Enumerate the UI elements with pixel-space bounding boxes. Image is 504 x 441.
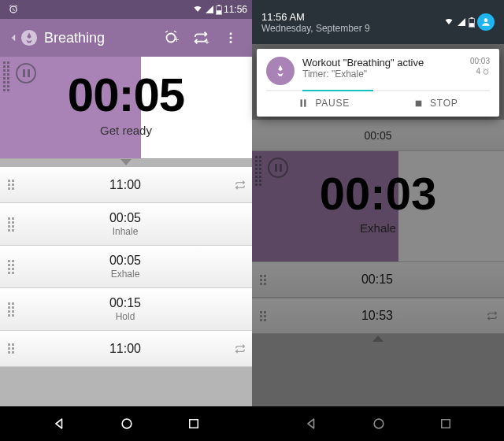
preview-row: 00:05 xyxy=(252,120,504,151)
svg-rect-1 xyxy=(218,5,220,6)
alarm-icon xyxy=(482,68,490,76)
drag-handle-icon xyxy=(255,156,261,186)
drag-handle-icon[interactable] xyxy=(0,260,22,274)
repeat-icon xyxy=(480,309,504,322)
current-timer-label: Exhale xyxy=(252,221,504,235)
battery-icon xyxy=(216,5,222,15)
svg-rect-2 xyxy=(217,10,221,14)
left-screen: 11:56 Breathing + + 00:05 Get ready 11:0… xyxy=(0,0,252,441)
position-marker xyxy=(252,334,504,342)
row-time: 00:05 xyxy=(22,254,228,268)
repeat-icon[interactable] xyxy=(228,179,252,191)
nav-home-button[interactable] xyxy=(371,416,387,432)
stop-icon xyxy=(413,98,424,109)
current-timer-time: 00:05 xyxy=(0,57,252,122)
app-bar: Breathing + + xyxy=(0,19,252,57)
drag-handle-icon[interactable] xyxy=(0,343,22,354)
svg-point-7 xyxy=(230,41,232,43)
timer-row: 00:15 xyxy=(252,261,504,298)
current-timer-zone: 00:03 Exhale xyxy=(252,151,504,261)
progress-bar xyxy=(266,90,490,91)
svg-point-6 xyxy=(230,37,232,39)
timer-row[interactable]: 11:00 xyxy=(0,331,252,367)
timer-row[interactable]: 11:00 xyxy=(0,167,252,203)
timer-row[interactable]: 00:05Inhale xyxy=(0,203,252,246)
user-avatar-icon[interactable] xyxy=(477,13,495,31)
svg-point-5 xyxy=(230,32,232,35)
timer-row[interactable]: 00:05Exhale xyxy=(0,246,252,288)
drag-handle-icon[interactable] xyxy=(0,217,22,232)
current-timer-zone[interactable]: 00:05 Get ready xyxy=(0,57,252,159)
drag-handle-icon[interactable] xyxy=(3,61,9,91)
svg-point-15 xyxy=(484,18,488,22)
nav-recents-button[interactable] xyxy=(187,417,201,431)
svg-rect-13 xyxy=(471,17,473,18)
position-marker xyxy=(0,159,252,167)
svg-rect-17 xyxy=(301,99,302,106)
svg-rect-9 xyxy=(189,420,198,428)
notification-subtitle: Timer: "Exhale" xyxy=(302,69,470,80)
row-label: Exhale xyxy=(22,269,228,280)
drag-handle-icon[interactable] xyxy=(0,180,22,190)
nav-home-button[interactable] xyxy=(119,416,135,432)
status-bar: 11:56 xyxy=(0,0,252,19)
row-time: 11:00 xyxy=(22,342,228,356)
notification-shade-header[interactable]: 11:56 AM Wednesday, September 9 xyxy=(252,0,504,44)
nav-bar xyxy=(0,406,252,441)
back-button[interactable] xyxy=(6,29,38,46)
app-logo-icon xyxy=(20,29,38,46)
signal-icon xyxy=(205,5,214,14)
battery-icon xyxy=(469,17,475,28)
notification-elapsed: 00:03 xyxy=(470,57,490,65)
notification-count: 4 xyxy=(476,67,480,76)
svg-point-10 xyxy=(374,419,384,428)
pause-button[interactable] xyxy=(16,63,36,83)
row-label: Inhale xyxy=(22,226,228,237)
row-time: 00:05 xyxy=(22,211,228,225)
svg-point-16 xyxy=(484,69,488,74)
notification-card[interactable]: Workout "Breathing" active Timer: "Exhal… xyxy=(257,49,499,117)
empty-area xyxy=(0,367,252,406)
timer-row[interactable]: 00:15Hold xyxy=(0,288,252,331)
shade-date: Wednesday, September 9 xyxy=(261,23,370,34)
current-timer-time: 00:03 xyxy=(252,151,504,220)
wifi-icon xyxy=(192,5,203,14)
nav-bar xyxy=(252,406,504,441)
svg-point-8 xyxy=(122,419,132,428)
notification-title: Workout "Breathing" active xyxy=(302,57,470,69)
add-alarm-button[interactable]: + xyxy=(156,19,186,57)
repeat-add-button[interactable]: + xyxy=(186,19,216,57)
svg-rect-19 xyxy=(416,100,422,106)
notification-app-icon xyxy=(266,57,295,85)
nav-back-button[interactable] xyxy=(304,416,320,432)
drag-handle-icon[interactable] xyxy=(0,302,22,317)
svg-rect-14 xyxy=(469,23,474,27)
row-label: Hold xyxy=(22,311,228,322)
pause-button xyxy=(268,158,288,178)
current-timer-label: Get ready xyxy=(0,124,252,137)
notification-stop-button[interactable]: STOP xyxy=(413,98,458,109)
signal-icon xyxy=(457,17,466,27)
svg-text:+: + xyxy=(175,35,180,44)
svg-rect-11 xyxy=(441,420,450,428)
pause-icon xyxy=(298,98,309,109)
alarm-icon xyxy=(8,4,19,15)
overflow-menu-button[interactable] xyxy=(216,19,246,57)
nav-back-button[interactable] xyxy=(52,416,68,432)
timer-row: 10:53 xyxy=(252,298,504,334)
svg-rect-18 xyxy=(305,99,306,106)
notification-pause-button[interactable]: PAUSE xyxy=(298,98,350,109)
row-time: 11:00 xyxy=(22,178,228,192)
repeat-icon[interactable] xyxy=(228,343,252,355)
right-screen: 00:05 00:03 Exhale 00:15 10:53 xyxy=(252,0,504,441)
wifi-icon xyxy=(443,17,454,27)
nav-recents-button[interactable] xyxy=(439,417,453,431)
app-title: Breathing xyxy=(44,30,105,46)
status-time: 11:56 xyxy=(224,4,247,15)
row-time: 00:15 xyxy=(22,296,228,310)
shade-time: 11:56 AM xyxy=(261,11,370,23)
